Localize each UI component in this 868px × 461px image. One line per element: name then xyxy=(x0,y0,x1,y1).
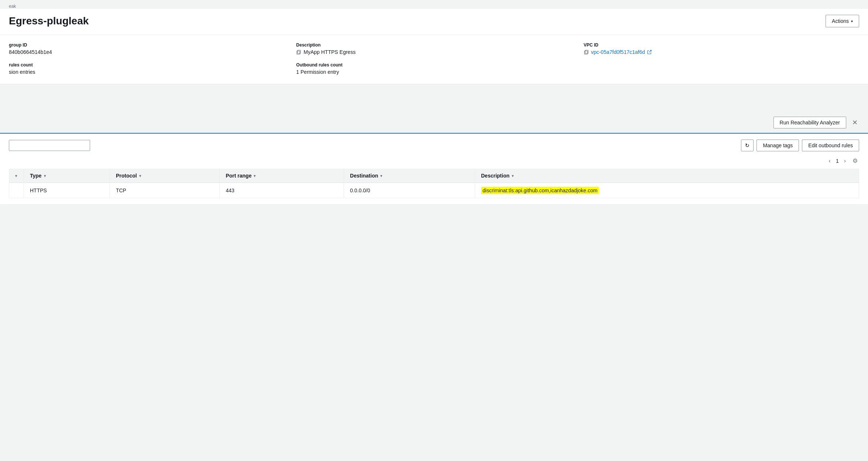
table-settings-button[interactable]: ⚙ xyxy=(851,156,859,166)
pagination-current: 1 xyxy=(836,158,839,164)
outbound-label: Outbound rules count xyxy=(296,62,572,68)
svg-rect-0 xyxy=(297,51,300,54)
sort-icon-port-range: ▾ xyxy=(254,174,255,178)
sort-icon-type: ▾ xyxy=(44,174,46,178)
detail-group-id: group ID 840b0664514b1e4 xyxy=(9,42,284,55)
copy-icon-vpc xyxy=(584,49,589,55)
row-port-range: 443 xyxy=(220,183,344,198)
table-header-protocol: Protocol ▾ xyxy=(110,169,220,183)
close-reachability-button[interactable]: ✕ xyxy=(851,118,859,127)
page-title: Egress-plugleak xyxy=(9,15,89,27)
table-header-row: ▾ Type ▾ Protocol ▾ xyxy=(9,169,859,183)
group-id-text: 840b0664514b1e4 xyxy=(9,49,52,55)
chevron-left-icon: ‹ xyxy=(829,158,831,164)
reachability-banner: Run Reachability Analyzer ✕ xyxy=(0,114,868,134)
pagination-next-button[interactable]: › xyxy=(842,156,848,166)
sort-icon-destination: ▾ xyxy=(380,174,382,178)
sort-icon-protocol: ▾ xyxy=(139,174,141,178)
vpc-id-label: VPC ID xyxy=(584,42,859,48)
toolbar-right: ↻ Manage tags Edit outbound rules xyxy=(741,140,859,151)
pagination-row: ‹ 1 › ⚙ xyxy=(9,156,859,166)
row-description: discriminat:tls:api.github.com,icanhazda… xyxy=(475,183,859,198)
copy-icon xyxy=(296,49,301,55)
chevron-right-icon: › xyxy=(844,158,846,164)
details-section: group ID 840b0664514b1e4 Description MyA… xyxy=(0,35,868,84)
table-header-type: Type ▾ xyxy=(24,169,110,183)
actions-button[interactable]: Actions ▾ xyxy=(826,15,859,27)
description-label: Description xyxy=(296,42,572,48)
detail-vpc-id: VPC ID vpc-05a7fd0f517c1af6d xyxy=(584,42,859,55)
row-checkbox-cell xyxy=(9,183,24,198)
header-area: Egress-plugleak Actions ▾ xyxy=(0,9,868,35)
table-row: HTTPSTCP4430.0.0.0/0discriminat:tls:api.… xyxy=(9,183,859,198)
table-header-destination: Destination ▾ xyxy=(344,169,475,183)
svg-rect-1 xyxy=(298,50,301,54)
table-header-port-range: Port range ▾ xyxy=(220,169,344,183)
vpc-id-link[interactable]: vpc-05a7fd0f517c1af6d xyxy=(591,49,645,55)
external-link-icon xyxy=(647,50,652,54)
refresh-icon: ↻ xyxy=(745,142,749,148)
search-container xyxy=(9,140,90,151)
svg-rect-2 xyxy=(584,51,587,54)
actions-label: Actions xyxy=(832,18,849,24)
table-section: ↻ Manage tags Edit outbound rules ‹ 1 › … xyxy=(0,134,868,204)
vpc-id-value: vpc-05a7fd0f517c1af6d xyxy=(584,49,859,55)
row-protocol: TCP xyxy=(110,183,220,198)
sort-icon-description: ▾ xyxy=(512,174,514,178)
svg-rect-3 xyxy=(585,50,588,54)
outbound-value: 1 Permission entry xyxy=(296,69,572,75)
manage-tags-button[interactable]: Manage tags xyxy=(757,140,799,151)
run-reachability-button[interactable]: Run Reachability Analyzer xyxy=(773,117,846,128)
details-grid: group ID 840b0664514b1e4 Description MyA… xyxy=(9,42,859,75)
inbound-value: sion entries xyxy=(9,69,284,75)
table-header-description: Description ▾ xyxy=(475,169,859,183)
table-body: HTTPSTCP4430.0.0.0/0discriminat:tls:api.… xyxy=(9,183,859,198)
group-id-label: group ID xyxy=(9,42,284,48)
detail-inbound: rules count sion entries xyxy=(9,62,284,75)
breadcrumb: eak xyxy=(9,4,16,9)
detail-description: Description MyApp HTTPS Egress xyxy=(296,42,572,55)
description-text: MyApp HTTPS Egress xyxy=(303,49,356,55)
page-wrapper: eak Egress-plugleak Actions ▾ group ID 8… xyxy=(0,0,868,204)
rules-table: ▾ Type ▾ Protocol ▾ xyxy=(9,169,859,198)
description-highlight: discriminat:tls:api.github.com,icanhazda… xyxy=(481,187,599,194)
pagination-prev-button[interactable]: ‹ xyxy=(827,156,833,166)
sort-icon-checkbox: ▾ xyxy=(15,174,17,178)
search-input[interactable] xyxy=(9,140,90,151)
group-id-value: 840b0664514b1e4 xyxy=(9,49,284,55)
toolbar-row: ↻ Manage tags Edit outbound rules xyxy=(9,140,859,151)
table-header-checkbox: ▾ xyxy=(9,169,24,183)
detail-outbound: Outbound rules count 1 Permission entry xyxy=(296,62,572,75)
notification-area xyxy=(0,84,868,114)
refresh-button[interactable]: ↻ xyxy=(741,140,754,151)
edit-outbound-rules-button[interactable]: Edit outbound rules xyxy=(802,140,859,151)
description-value: MyApp HTTPS Egress xyxy=(296,49,572,55)
breadcrumb-area: eak xyxy=(0,0,868,9)
gear-icon: ⚙ xyxy=(852,158,858,164)
row-type: HTTPS xyxy=(24,183,110,198)
chevron-down-icon: ▾ xyxy=(851,19,853,23)
row-destination: 0.0.0.0/0 xyxy=(344,183,475,198)
inbound-label: rules count xyxy=(9,62,284,68)
